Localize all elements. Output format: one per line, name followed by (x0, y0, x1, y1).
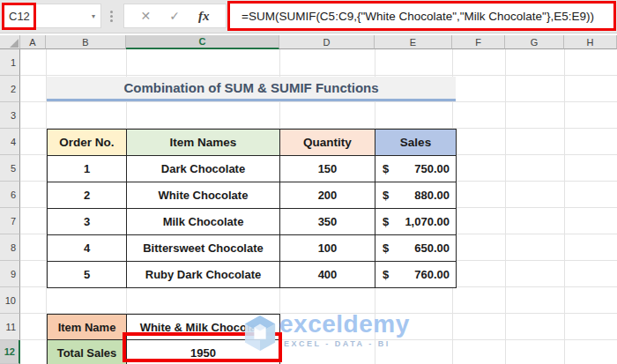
table-header-row: Order No. Item Names Quantity Sales (48, 130, 457, 156)
currency-symbol: $ (383, 268, 389, 281)
sales-table: Order No. Item Names Quantity Sales 1 Da… (47, 129, 457, 288)
cell-sales[interactable]: $750.00 (375, 156, 457, 182)
cell-quantity[interactable]: 200 (280, 182, 375, 209)
table-row: 5 Ruby Dark Chocolate 400 $760.00 (48, 262, 457, 288)
name-box[interactable]: C12 ▾ (2, 4, 101, 28)
row-header-8[interactable]: 8 (0, 234, 20, 261)
column-header-h[interactable]: H (564, 35, 617, 49)
cell-item[interactable]: Bittersweet Chocolate (127, 235, 280, 262)
cell-quantity[interactable]: 400 (280, 262, 375, 288)
corner-triangle-icon (10, 39, 19, 48)
cell-item[interactable]: Milk Chocolate (127, 209, 280, 235)
row-header-5[interactable]: 5 (0, 155, 20, 182)
row-header-10[interactable]: 10 (0, 287, 20, 314)
header-sales[interactable]: Sales (375, 130, 457, 156)
exceldemy-logo-icon (243, 314, 277, 354)
name-box-dropdown-icon[interactable]: ▾ (92, 12, 95, 20)
row-header-6[interactable]: 6 (0, 182, 20, 208)
cell-sales[interactable]: $1,070.00 (375, 209, 457, 235)
row-header-1[interactable]: 1 (0, 49, 20, 76)
formula-bar[interactable]: =SUM(SUMIF(C5:C9,{"White Chocolate","Mil… (227, 1, 616, 31)
cell-sales[interactable]: $880.00 (375, 182, 457, 209)
row-header-4[interactable]: 4 (0, 129, 20, 155)
cell-item[interactable]: Ruby Dark Chocolate (127, 262, 280, 288)
currency-symbol: $ (383, 215, 389, 228)
sales-amount: 880.00 (414, 189, 450, 202)
cell-quantity[interactable]: 350 (280, 209, 375, 235)
column-header-b[interactable]: B (46, 35, 126, 49)
cell-quantity[interactable]: 100 (280, 235, 375, 262)
row-header-11[interactable]: 11 (0, 314, 20, 340)
header-item-names[interactable]: Item Names (127, 130, 280, 156)
name-box-cell-ref[interactable]: C12 (2, 3, 36, 30)
currency-symbol: $ (383, 241, 389, 255)
cell-order[interactable]: 3 (48, 209, 127, 235)
row-header-9[interactable]: 9 (0, 261, 20, 287)
total-sales-label[interactable]: Total Sales (48, 340, 127, 364)
table-row: 4 Bittersweet Chocolate 100 $650.00 (48, 235, 457, 262)
row-header-7[interactable]: 7 (0, 208, 20, 234)
column-header-d[interactable]: D (279, 35, 375, 49)
row-header-12[interactable]: 12 (0, 340, 20, 364)
exceldemy-watermark: exceldemy EXCEL - DATA - BI (243, 310, 410, 354)
formula-buttons: ✕ ✓ fx (123, 4, 227, 28)
watermark-brand-text: exceldemy (279, 310, 410, 338)
formula-toolbar: C12 ▾ ✕ ✓ fx =SUM(SUMIF(C5:C9,{"White Ch… (0, 0, 617, 33)
cell-order[interactable]: 4 (48, 235, 127, 262)
table-row: 3 Milk Chocolate 350 $1,070.00 (48, 209, 457, 235)
cell-quantity[interactable]: 150 (280, 156, 375, 182)
sales-amount: 750.00 (414, 162, 450, 175)
insert-function-icon[interactable]: fx (198, 9, 210, 24)
column-header-e[interactable]: E (375, 35, 452, 49)
currency-symbol: $ (383, 189, 389, 202)
cell-sales[interactable]: $760.00 (375, 262, 457, 288)
header-quantity[interactable]: Quantity (280, 130, 375, 156)
toolbar-separator-dots-icon (106, 4, 116, 27)
column-header-g[interactable]: G (505, 35, 564, 49)
select-all-corner[interactable] (0, 35, 20, 49)
column-header-a[interactable]: A (20, 35, 46, 49)
currency-symbol: $ (383, 162, 389, 175)
cell-order[interactable]: 1 (48, 156, 127, 182)
row-headers: 1 2 3 4 5 6 7 8 9 10 11 12 (0, 49, 20, 364)
cell-item[interactable]: White Chocolate (127, 182, 280, 209)
cell-order[interactable]: 5 (48, 262, 127, 288)
table-row: 1 Dark Chocolate 150 $750.00 (48, 156, 457, 182)
column-header-f[interactable]: F (452, 35, 505, 49)
cell-order[interactable]: 2 (48, 182, 127, 209)
watermark-tagline-text: EXCEL - DATA - BI (284, 339, 410, 348)
excel-window: C12 ▾ ✕ ✓ fx =SUM(SUMIF(C5:C9,{"White Ch… (0, 0, 617, 364)
header-order-no[interactable]: Order No. (48, 130, 127, 156)
enter-icon[interactable]: ✓ (169, 9, 180, 23)
sales-amount: 760.00 (414, 268, 450, 281)
item-name-label[interactable]: Item Name (48, 315, 127, 340)
cell-item[interactable]: Dark Chocolate (127, 156, 280, 182)
sales-amount: 1,070.00 (405, 215, 450, 228)
row-header-2[interactable]: 2 (0, 76, 20, 102)
table-row: 2 White Chocolate 200 $880.00 (48, 182, 457, 209)
column-headers: A B C D E F G H (0, 35, 617, 49)
row-header-3[interactable]: 3 (0, 102, 20, 129)
sheet-title: Combination of SUM & SUMIF Functions (47, 77, 456, 101)
sales-amount: 650.00 (414, 241, 450, 255)
cell-sales[interactable]: $650.00 (375, 235, 457, 262)
column-header-c[interactable]: C (126, 35, 279, 49)
cancel-icon[interactable]: ✕ (141, 9, 152, 23)
